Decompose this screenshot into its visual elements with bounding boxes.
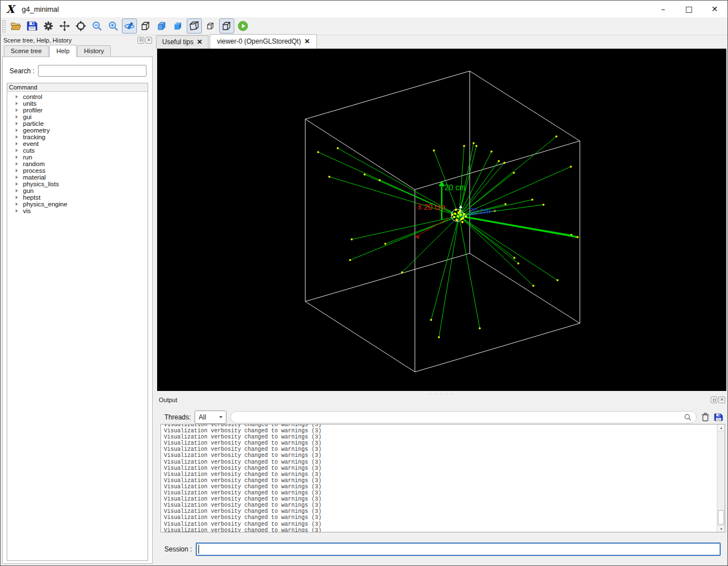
log-scrollbar[interactable]: ▲ ▼ xyxy=(717,424,725,532)
expand-arrow-icon[interactable] xyxy=(16,182,18,186)
expand-arrow-icon[interactable] xyxy=(16,162,18,166)
tab-history[interactable]: History xyxy=(77,45,111,56)
tree-item-run[interactable]: run xyxy=(7,154,148,161)
tree-item-random[interactable]: random xyxy=(7,161,148,167)
log-line: Visualization verbosity changed to warni… xyxy=(164,508,725,515)
x-axis-label: x̂ 20 cm xyxy=(418,202,445,211)
tree-item-geometry[interactable]: geometry xyxy=(7,127,148,134)
threads-label: Threads: xyxy=(164,413,191,421)
expand-arrow-icon[interactable] xyxy=(16,196,18,199)
tree-item-vis[interactable]: vis xyxy=(7,207,148,214)
z-axis-label: 20 cm xyxy=(469,206,490,215)
tree-item-physics_lists[interactable]: physics_lists xyxy=(7,181,148,187)
dock-float-icon[interactable] xyxy=(138,37,144,44)
run-play-button[interactable] xyxy=(235,18,250,34)
expand-arrow-icon[interactable] xyxy=(16,209,18,213)
tab-scene-tree[interactable]: Scene tree xyxy=(4,45,49,56)
tree-item-label: physics_engine xyxy=(23,201,67,207)
save-output-button[interactable] xyxy=(714,413,723,422)
save-button[interactable] xyxy=(25,18,40,34)
tab-help[interactable]: Help xyxy=(49,45,77,57)
expand-arrow-icon[interactable] xyxy=(16,202,18,206)
tree-item-gui[interactable]: gui xyxy=(7,114,148,120)
world-box-edge xyxy=(305,253,470,301)
pick-center-button[interactable] xyxy=(73,18,88,34)
scrollbar-thumb[interactable] xyxy=(718,510,724,525)
threads-dropdown[interactable]: All xyxy=(195,411,226,424)
session-input[interactable] xyxy=(196,543,721,556)
zoom-in-button[interactable] xyxy=(106,18,121,34)
tree-item-heptst[interactable]: heptst xyxy=(7,194,148,201)
tree-item-profiler[interactable]: profiler xyxy=(7,107,148,114)
open-file-icon xyxy=(10,20,22,32)
move-button[interactable] xyxy=(57,18,72,34)
log-line: Visualization verbosity changed to warni… xyxy=(164,515,725,521)
search-label: Search : xyxy=(10,67,35,75)
output-search-field[interactable] xyxy=(230,411,697,423)
expand-arrow-icon[interactable] xyxy=(16,102,18,105)
zoom-out-button[interactable] xyxy=(89,18,105,34)
tree-item-event[interactable]: event xyxy=(7,140,148,147)
output-log[interactable]: Visualization verbosity changed to warni… xyxy=(160,424,725,532)
tree-item-tracking[interactable]: tracking xyxy=(7,134,148,140)
tree-item-label: gun xyxy=(23,187,34,194)
tab-useful-tips[interactable]: Useful tips ✕ xyxy=(156,35,209,49)
expand-arrow-icon[interactable] xyxy=(16,115,18,119)
log-line: Visualization verbosity changed to warni… xyxy=(164,428,725,434)
expand-arrow-icon[interactable] xyxy=(16,129,18,132)
close-icon[interactable]: ✕ xyxy=(197,38,202,46)
wireframe-style-button[interactable] xyxy=(138,18,153,34)
expand-arrow-icon[interactable] xyxy=(16,169,18,172)
minimize-button[interactable]: – xyxy=(650,1,676,17)
expand-arrow-icon[interactable] xyxy=(16,109,18,112)
tree-item-label: physics_lists xyxy=(23,181,59,187)
maximize-button[interactable]: □ xyxy=(676,1,702,17)
tree-item-physics_engine[interactable]: physics_engine xyxy=(7,201,148,207)
expand-arrow-icon[interactable] xyxy=(16,142,18,145)
expand-arrow-icon[interactable] xyxy=(16,135,18,139)
tab-viewer-0[interactable]: viewer-0 (OpenGLStoredQt) ✕ xyxy=(210,34,317,49)
opengl-viewport[interactable]: x̂ 20 cm20 cm20 cm xyxy=(157,49,726,391)
output-search-input[interactable] xyxy=(235,413,684,421)
scroll-up-icon[interactable]: ▲ xyxy=(717,424,725,431)
tree-item-label: tracking xyxy=(23,134,45,140)
tree-item-material[interactable]: material xyxy=(7,174,148,181)
hit-point xyxy=(479,327,481,329)
search-icon[interactable] xyxy=(684,413,692,421)
dock-close-icon[interactable]: ✕ xyxy=(718,397,725,403)
y-axis-label: 20 cm xyxy=(445,183,466,192)
search-input[interactable] xyxy=(38,65,146,77)
expand-arrow-icon[interactable] xyxy=(16,189,18,192)
tree-item-control[interactable]: control xyxy=(7,93,148,100)
tree-item-cuts[interactable]: cuts xyxy=(7,147,148,154)
open-file-button[interactable] xyxy=(8,18,23,34)
close-icon[interactable]: ✕ xyxy=(304,37,310,45)
session-label: Session : xyxy=(164,545,192,553)
rotate-button[interactable] xyxy=(122,18,137,34)
tree-item-process[interactable]: process xyxy=(7,167,148,174)
expand-arrow-icon[interactable] xyxy=(16,155,18,159)
toolbar-drag-handle[interactable] xyxy=(2,20,6,33)
expand-arrow-icon[interactable] xyxy=(16,95,18,98)
tree-item-units[interactable]: units xyxy=(7,100,148,107)
world-box-edge xyxy=(415,323,580,372)
y-axis-arrow xyxy=(439,181,445,186)
tree-item-gun[interactable]: gun xyxy=(7,187,148,194)
particle-track xyxy=(402,216,459,272)
expand-arrow-icon[interactable] xyxy=(16,122,18,125)
expand-arrow-icon[interactable] xyxy=(16,149,18,152)
dock-float-icon[interactable] xyxy=(711,397,717,403)
solid-box-button[interactable] xyxy=(203,18,218,34)
scroll-down-icon[interactable]: ▼ xyxy=(717,525,725,532)
command-tree: Command controlunitsprofilerguiparticleg… xyxy=(7,83,148,561)
perspective-view-button[interactable] xyxy=(187,18,202,34)
hidden-line-style-button[interactable] xyxy=(154,18,169,34)
close-button[interactable]: ✕ xyxy=(702,1,727,17)
clear-output-button[interactable] xyxy=(701,412,710,422)
orthographic-view-button[interactable] xyxy=(219,18,234,34)
expand-arrow-icon[interactable] xyxy=(16,176,18,179)
dock-close-icon[interactable]: ✕ xyxy=(145,37,152,44)
surface-style-button[interactable] xyxy=(171,18,186,34)
settings-gear-button[interactable] xyxy=(41,18,56,34)
tree-item-particle[interactable]: particle xyxy=(7,120,148,127)
